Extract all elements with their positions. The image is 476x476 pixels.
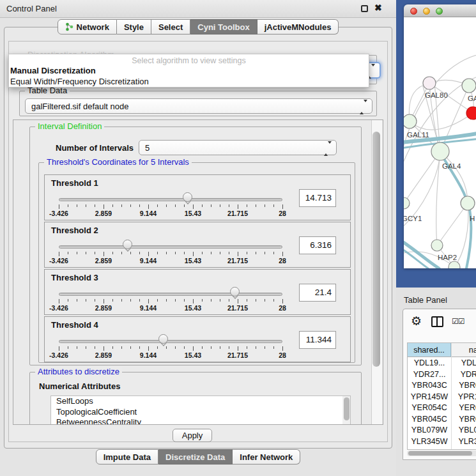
- minimize-traffic-light-icon[interactable]: [423, 8, 430, 15]
- tab-jactivemnodules[interactable]: jActiveMNodules: [257, 19, 339, 35]
- vertical-scrollbar[interactable]: [371, 120, 382, 424]
- slider-track[interactable]: [59, 293, 282, 296]
- table-row[interactable]: YDR27...YDR27...: [408, 369, 476, 381]
- table-cell[interactable]: YIL052C: [452, 447, 476, 450]
- tab-network[interactable]: Network: [58, 19, 117, 35]
- network-node-node-red[interactable]: [466, 107, 476, 119]
- table-cell[interactable]: YBR043C: [452, 380, 476, 392]
- threshold-label: Threshold 1: [51, 178, 98, 188]
- tick-mark: [68, 252, 68, 254]
- tick-mark: [282, 204, 283, 209]
- table-row[interactable]: YDL19...YDL19...: [408, 358, 476, 369]
- tick-mark: [273, 299, 274, 302]
- table-cell[interactable]: YPR145W: [408, 392, 451, 403]
- tick-mark: [86, 204, 86, 207]
- table-cell[interactable]: YBR043C: [408, 380, 451, 392]
- tick-label: 21.715: [227, 257, 248, 265]
- network-edge[interactable]: [437, 203, 468, 245]
- tab-cyni-toolbox[interactable]: Cyni Toolbox: [190, 19, 257, 35]
- network-node-hap2[interactable]: [431, 240, 443, 251]
- table-cell[interactable]: YLR345W: [452, 436, 476, 448]
- network-edge[interactable]: [440, 153, 471, 268]
- popup-option-equal-width-frequency-discretization[interactable]: Equal Width/Frequency Discretization: [10, 77, 149, 86]
- table-data-combobox[interactable]: galFiltered.sif default node: [25, 98, 372, 114]
- network-node-gal80[interactable]: [423, 77, 436, 89]
- table-cell[interactable]: YER054C: [452, 403, 476, 414]
- table-cell[interactable]: YBR045C: [452, 414, 476, 426]
- tick-mark: [211, 299, 211, 302]
- attribute-list-item[interactable]: SelfLoops: [51, 396, 350, 407]
- close-traffic-light-icon[interactable]: [410, 8, 417, 15]
- float-window-icon[interactable]: [361, 5, 368, 12]
- slider-thumb[interactable]: [183, 192, 193, 206]
- zoom-traffic-light-icon[interactable]: [436, 8, 443, 15]
- network-node-node-top-right[interactable]: [462, 79, 476, 93]
- table-row[interactable]: YPR145WYPR145W: [408, 392, 476, 403]
- table-cell[interactable]: YIL052C: [408, 447, 451, 450]
- numerical-attributes-list[interactable]: SelfLoopsTopologicalCoefficientBetweenne…: [50, 395, 351, 425]
- attribute-list-item[interactable]: TopologicalCoefficient: [51, 407, 350, 418]
- table-cell[interactable]: YDR27...: [408, 369, 451, 381]
- scrollbar-thumb[interactable]: [372, 132, 380, 367]
- popup-option-manual-discretization[interactable]: Manual Discretization: [10, 66, 96, 75]
- table-panel-section: Table Panel ⚙ ☑☑ shared... na... YDL19..…: [396, 288, 476, 476]
- table-cell[interactable]: YDL19...: [408, 358, 451, 369]
- select-columns-checkboxes-icon[interactable]: ☑☑: [452, 317, 464, 326]
- column-header-shared-name[interactable]: shared...: [408, 343, 451, 357]
- list-scrollbar[interactable]: [342, 396, 350, 424]
- slider-track[interactable]: [59, 245, 282, 249]
- tick-mark: [77, 346, 77, 349]
- apply-button[interactable]: Apply: [173, 429, 212, 442]
- table-row[interactable]: YIL052CYIL052C: [408, 447, 476, 450]
- columns-icon[interactable]: [431, 316, 443, 327]
- threshold-value-field[interactable]: 6.316: [299, 236, 336, 254]
- table-cell[interactable]: YDL19...: [452, 358, 476, 369]
- tab-select[interactable]: Select: [151, 19, 190, 35]
- slider-track[interactable]: [59, 340, 282, 343]
- tab-discretize-data[interactable]: Discretize Data: [158, 449, 233, 464]
- network-node-gal11[interactable]: [404, 114, 417, 128]
- slider-track[interactable]: [59, 198, 282, 201]
- slider-thumb[interactable]: [158, 334, 169, 348]
- gear-icon[interactable]: ⚙: [411, 314, 422, 328]
- tick-mark: [95, 299, 95, 302]
- table-cell[interactable]: YDR27...: [452, 369, 476, 381]
- table-cell[interactable]: YBR045C: [408, 414, 451, 426]
- tab-impute-data[interactable]: Impute Data: [96, 449, 158, 464]
- tick-mark: [148, 204, 149, 209]
- table-row[interactable]: YBR045CYBR045C: [408, 414, 476, 426]
- network-node-node-right-mid[interactable]: [461, 196, 475, 210]
- table-row[interactable]: YLR345WYLR345W: [408, 436, 476, 448]
- tab-infer-network[interactable]: Infer Network: [233, 449, 300, 464]
- network-canvas[interactable]: GAL80GAGAL11GAL4GCY1HHAP2: [404, 17, 476, 268]
- table-cell[interactable]: YBL079W: [452, 425, 476, 436]
- number-of-intervals-combobox[interactable]: 5: [139, 140, 337, 155]
- table-row[interactable]: YER054CYER054C: [408, 403, 476, 414]
- table-cell[interactable]: YER054C: [408, 403, 451, 414]
- threshold-value-field[interactable]: 14.713: [299, 189, 336, 207]
- combo-stepper-icon: [360, 102, 367, 112]
- table-cell[interactable]: YPR145W: [452, 392, 476, 403]
- column-header-name[interactable]: na...: [452, 343, 476, 357]
- table-cell[interactable]: YBL079W: [408, 425, 451, 436]
- threshold-value-field[interactable]: 11.344: [299, 331, 336, 349]
- close-icon[interactable]: ✖: [374, 3, 382, 13]
- network-edge[interactable]: [410, 113, 473, 130]
- tick-mark: [202, 252, 203, 254]
- table-cell[interactable]: YLR345W: [408, 436, 451, 448]
- horizontal-scrollbar[interactable]: [407, 450, 476, 456]
- threshold-value-field[interactable]: 21.4: [299, 284, 336, 302]
- tab-style[interactable]: Style: [117, 19, 151, 35]
- table-row[interactable]: YBL079WYBL079W: [408, 425, 476, 436]
- slider-thumb[interactable]: [123, 240, 133, 254]
- table-row[interactable]: YBR043CYBR043C: [408, 380, 476, 392]
- scrollbar-thumb[interactable]: [408, 451, 472, 456]
- tick-mark: [247, 204, 247, 207]
- network-node-gal4[interactable]: [431, 142, 449, 160]
- attribute-list-item[interactable]: BetweennessCentrality: [51, 417, 350, 425]
- tick-label: 21.715: [227, 304, 248, 312]
- node-attribute-table[interactable]: shared... na... YDL19...YDL19...YDR27...…: [407, 342, 476, 450]
- network-node-gcy1[interactable]: [404, 197, 410, 209]
- slider-thumb[interactable]: [230, 287, 240, 301]
- tab-label: Style: [124, 22, 144, 32]
